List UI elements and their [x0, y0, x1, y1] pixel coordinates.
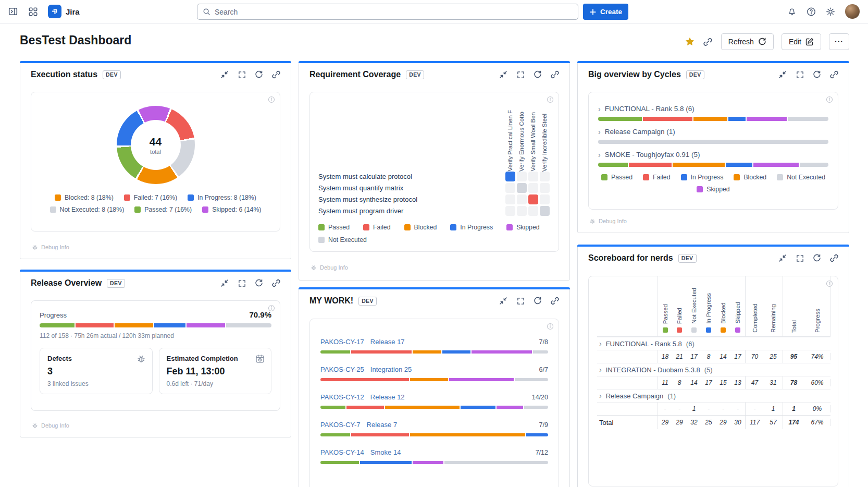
matrix-cell-empty[interactable] [505, 183, 515, 193]
my-work-panel: PAKOS-CY-17Release 177/8PAKOS-CY-25Integ… [309, 319, 559, 487]
collapse-icon[interactable] [220, 70, 229, 79]
info-icon[interactable] [268, 96, 275, 103]
settings-gear-icon[interactable] [826, 7, 835, 16]
share-link-icon[interactable] [703, 36, 713, 47]
matrix-cell-empty[interactable] [517, 172, 527, 181]
debug-info-link[interactable]: Debug Info [311, 264, 348, 271]
refresh-icon[interactable] [813, 254, 821, 262]
matrix-column-header[interactable]: Verify Incredible Steel [539, 92, 550, 172]
matrix-cell-empty[interactable] [517, 206, 527, 216]
jira-logo[interactable]: Jira [48, 5, 80, 18]
issue-key-link[interactable]: PAKOS-CY-25 [320, 366, 364, 373]
collapse-icon[interactable] [778, 254, 787, 262]
column-status-swatch-blocked [721, 327, 726, 333]
matrix-row-label[interactable]: System must program driver [318, 206, 504, 217]
link-icon[interactable] [551, 70, 559, 79]
matrix-cell-box [539, 172, 550, 183]
refresh-icon[interactable] [813, 70, 821, 79]
issue-name-link[interactable]: Release 7 [367, 421, 398, 429]
scoreboard-value-row: --1----110% [597, 402, 830, 415]
matrix-cell-failed[interactable] [528, 194, 538, 204]
user-avatar[interactable] [845, 4, 860, 19]
cycle-expander[interactable]: ›FUNCTIONAL - Rank 5.8 (6) [598, 105, 828, 113]
collapse-icon[interactable] [499, 297, 507, 305]
search-input[interactable] [215, 8, 573, 16]
debug-info-link[interactable]: Debug Info [589, 218, 627, 224]
info-icon[interactable] [826, 280, 833, 287]
matrix-cell-empty[interactable] [540, 183, 550, 193]
link-icon[interactable] [272, 70, 280, 79]
collapse-icon[interactable] [778, 70, 787, 79]
matrix-cell-empty[interactable] [540, 172, 550, 181]
issue-name-link[interactable]: Smoke 14 [370, 448, 401, 456]
debug-info-link[interactable]: Debug Info [32, 422, 69, 429]
refresh-icon[interactable] [255, 279, 263, 287]
matrix-cell-empty[interactable] [528, 183, 538, 193]
expand-icon[interactable] [796, 70, 804, 79]
info-icon[interactable] [547, 323, 554, 330]
matrix-column-label: Verify Incredible Steel [539, 114, 550, 172]
notifications-bell-icon[interactable] [787, 7, 797, 16]
coverage-matrix: Verify Practical Linen FVerify Enormous … [318, 92, 550, 217]
scoreboard-group-row[interactable]: ›Release Campaign(1) [597, 389, 830, 402]
matrix-column-header[interactable]: Verify Enormous Cotto [516, 92, 527, 172]
issue-key-link[interactable]: PAKOS-CY-7 [320, 421, 361, 429]
cycle-expander[interactable]: ›SMOKE - Toughjoyfax 0.91 (5) [598, 151, 828, 159]
info-icon[interactable] [826, 96, 833, 103]
matrix-row-label[interactable]: System must calculate protocol [318, 172, 504, 183]
matrix-row-label[interactable]: System must quantify matrix [318, 183, 504, 194]
create-button[interactable]: Create [583, 4, 628, 20]
matrix-cell-empty[interactable] [505, 194, 515, 204]
link-icon[interactable] [830, 70, 838, 79]
scoreboard-group-row[interactable]: ›INTEGRATION - Duobam 5.3.8(5) [597, 363, 830, 376]
matrix-cell-empty[interactable] [528, 172, 538, 181]
collapse-icon[interactable] [499, 70, 507, 79]
defects-card[interactable]: Defects 3 3 linked issues [40, 348, 153, 394]
app-switcher-icon[interactable] [28, 7, 38, 16]
matrix-cell-none[interactable] [517, 183, 527, 193]
sidebar-toggle-icon[interactable] [8, 7, 18, 16]
more-options-button[interactable]: ··· [829, 33, 849, 50]
matrix-cell-empty[interactable] [517, 194, 527, 204]
scoreboard-group-row[interactable]: ›FUNCTIONAL - Rank 5.8(6) [597, 337, 830, 350]
matrix-cell-inprogress[interactable] [505, 172, 515, 181]
matrix-cell-empty[interactable] [505, 206, 515, 216]
link-icon[interactable] [830, 254, 838, 262]
estimated-completion-card[interactable]: Estimated Completion Feb 11, 13:00 0.6d … [159, 348, 272, 394]
jira-logo-icon [48, 5, 61, 18]
matrix-column-header[interactable]: Verify Small Wool Ben [527, 92, 539, 172]
refresh-icon[interactable] [534, 297, 542, 305]
matrix-column-header[interactable]: Verify Practical Linen F [504, 92, 516, 172]
search-bar[interactable] [197, 4, 578, 20]
issue-key-link[interactable]: PAKOS-CY-17 [320, 338, 364, 346]
expand-icon[interactable] [516, 297, 525, 305]
donut-center: 44 total [131, 120, 181, 170]
favorite-star-icon[interactable] [685, 36, 695, 47]
info-icon[interactable] [268, 305, 275, 312]
expand-icon[interactable] [238, 70, 246, 79]
issue-name-link[interactable]: Integration 25 [370, 366, 412, 373]
cycle-expander[interactable]: ›Release Campaign (1) [598, 128, 828, 136]
collapse-icon[interactable] [220, 279, 229, 287]
matrix-cell-empty[interactable] [540, 194, 550, 204]
refresh-icon[interactable] [255, 70, 263, 79]
refresh-icon[interactable] [534, 70, 542, 79]
matrix-cell-box [539, 206, 550, 217]
refresh-button[interactable]: Refresh [721, 33, 774, 50]
matrix-cell-none[interactable] [540, 206, 550, 216]
issue-key-link[interactable]: PAKOS-CY-14 [320, 448, 364, 456]
issue-key-link[interactable]: PAKOS-CY-12 [320, 393, 364, 401]
issue-name-link[interactable]: Release 12 [370, 393, 405, 401]
link-icon[interactable] [551, 297, 559, 305]
debug-info-link[interactable]: Debug Info [32, 244, 69, 250]
issue-name-link[interactable]: Release 17 [370, 338, 405, 346]
info-icon[interactable] [547, 96, 554, 103]
matrix-cell-empty[interactable] [528, 206, 538, 216]
link-icon[interactable] [272, 279, 280, 287]
expand-icon[interactable] [796, 254, 804, 262]
expand-icon[interactable] [238, 279, 246, 287]
expand-icon[interactable] [516, 70, 525, 79]
help-icon[interactable] [807, 7, 816, 16]
matrix-row-label[interactable]: System must synthesize protocol [318, 194, 504, 206]
edit-button[interactable]: Edit [782, 33, 821, 50]
